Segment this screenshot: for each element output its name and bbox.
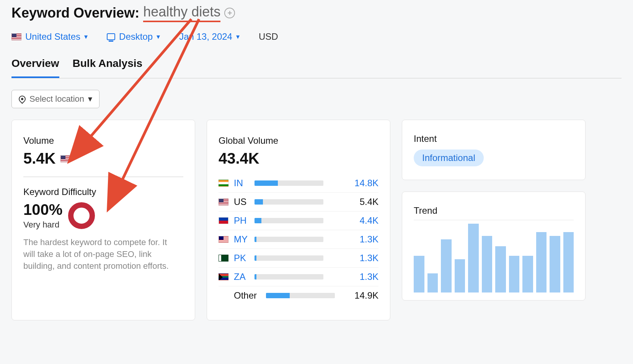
tab-overview[interactable]: Overview [11, 57, 59, 78]
country-volume[interactable]: 1.3K [344, 253, 378, 263]
chevron-down-icon: ▾ [236, 32, 240, 41]
country-code[interactable]: ZA [234, 271, 249, 282]
difficulty-percent: 100% [23, 201, 62, 218]
currency-label: USD [259, 31, 278, 42]
country-volume[interactable]: 4.4K [344, 215, 378, 226]
other-label: Other [234, 290, 261, 301]
country-code[interactable]: PH [234, 215, 249, 226]
location-pin-icon [17, 94, 27, 104]
volume-bar [255, 199, 323, 205]
country-volume[interactable]: 1.3K [344, 234, 378, 245]
volume-bar [266, 293, 335, 298]
country-selector[interactable]: United States ▾ [11, 31, 88, 42]
za-flag-icon [219, 273, 228, 280]
global-volume-row: US5.4K [219, 193, 378, 211]
add-keyword-button[interactable]: + [224, 8, 235, 18]
device-selector[interactable]: Desktop ▾ [107, 31, 160, 42]
volume-bar [255, 180, 323, 186]
chevron-down-icon: ▾ [88, 94, 92, 104]
page-title-prefix: Keyword Overview: [11, 5, 139, 21]
intent-card: Intent Informational [402, 120, 586, 180]
tab-bulk-analysis[interactable]: Bulk Analysis [73, 57, 143, 78]
trend-card: Trend [402, 192, 586, 301]
trend-bar [563, 232, 574, 292]
country-volume: 5.4K [344, 197, 378, 207]
difficulty-ring-icon [68, 202, 95, 229]
trend-bar [495, 246, 506, 292]
ph-flag-icon [219, 217, 228, 224]
difficulty-level: Very hard [23, 220, 62, 230]
pk-flag-icon [219, 255, 228, 262]
trend-label: Trend [414, 205, 574, 216]
volume-bar [255, 255, 323, 261]
chevron-down-icon: ▾ [157, 32, 160, 41]
trend-bar [509, 256, 520, 292]
volume-difficulty-card: Volume 5.4K Keyword Difficulty 100% Very… [11, 120, 195, 320]
volume-bar [255, 237, 323, 242]
trend-bar [468, 224, 479, 292]
device-label: Desktop [119, 31, 153, 42]
volume-value: 5.4K [23, 150, 56, 167]
global-volume-row: PK1.3K [219, 249, 378, 268]
keyword-text: healthy diets [143, 4, 220, 22]
date-label: Jan 13, 2024 [179, 31, 232, 42]
location-placeholder: Select location [29, 94, 84, 104]
us-flag-icon [219, 198, 228, 205]
trend-bar [482, 236, 493, 292]
volume-label: Volume [23, 135, 183, 146]
other-volume: 14.9K [344, 290, 378, 301]
my-flag-icon [219, 236, 228, 243]
trend-chart [414, 224, 574, 292]
intent-label: Intent [414, 133, 574, 144]
country-volume[interactable]: 14.8K [344, 178, 378, 188]
trend-bar [550, 236, 560, 292]
volume-bar [255, 218, 323, 223]
country-code: US [234, 197, 249, 207]
country-label: United States [25, 31, 80, 42]
country-code[interactable]: MY [234, 234, 249, 245]
country-volume[interactable]: 1.3K [344, 271, 378, 282]
global-volume-row-other: Other14.9K [219, 286, 378, 305]
date-selector[interactable]: Jan 13, 2024 ▾ [179, 31, 240, 42]
location-selector[interactable]: Select location ▾ [11, 90, 100, 108]
global-volume-row: MY1.3K [219, 230, 378, 249]
us-flag-icon [60, 155, 70, 162]
trend-bar [441, 239, 452, 292]
desktop-icon [107, 33, 115, 40]
trend-bar [522, 256, 533, 292]
difficulty-label: Keyword Difficulty [23, 187, 183, 197]
country-code[interactable]: PK [234, 253, 249, 263]
trend-bar [536, 232, 547, 292]
chevron-down-icon: ▾ [84, 32, 88, 41]
global-volume-row: PH4.4K [219, 211, 378, 230]
intent-badge[interactable]: Informational [414, 150, 484, 166]
difficulty-description: The hardest keyword to compete for. It w… [23, 237, 176, 272]
us-flag-icon [11, 33, 21, 40]
global-volume-row: ZA1.3K [219, 268, 378, 286]
country-code[interactable]: IN [234, 178, 249, 188]
trend-bar [414, 256, 424, 292]
trend-bar [427, 273, 438, 292]
global-volume-row: IN14.8K [219, 174, 378, 193]
volume-bar [255, 274, 323, 280]
global-volume-card: Global Volume 43.4K IN14.8KUS5.4KPH4.4KM… [207, 120, 390, 320]
in-flag-icon [219, 180, 228, 187]
global-volume-total: 43.4K [219, 150, 259, 167]
trend-bar [455, 259, 465, 292]
global-volume-label: Global Volume [219, 135, 378, 146]
